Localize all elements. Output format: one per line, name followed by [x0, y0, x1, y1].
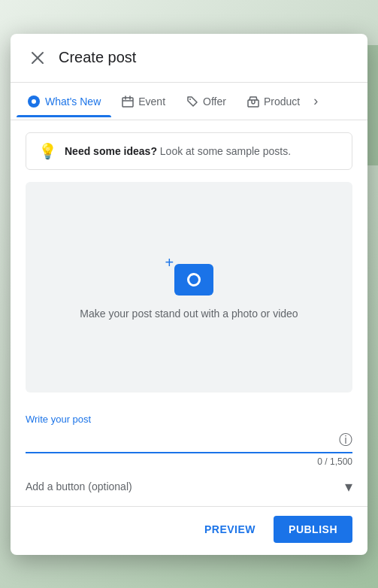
tab-product-label: Product: [264, 95, 300, 108]
tab-event-label: Event: [138, 95, 165, 108]
char-count: 0 / 1,500: [11, 456, 367, 467]
create-post-modal: Create post What's New Event: [11, 34, 367, 555]
product-icon: [247, 95, 259, 108]
tab-offer[interactable]: Offer: [176, 85, 237, 117]
camera-icon: [174, 264, 213, 296]
write-post-input[interactable]: [26, 429, 333, 447]
lightbulb-icon: 💡: [38, 142, 57, 160]
plus-icon: +: [165, 255, 174, 270]
close-button[interactable]: [26, 46, 50, 70]
camera-lens: [187, 273, 201, 286]
dropdown-label: Add a button (optional): [26, 480, 132, 493]
svg-rect-4: [122, 98, 133, 107]
tab-whats-new[interactable]: What's New: [17, 84, 111, 117]
modal-footer: PREVIEW PUBLISH: [11, 506, 367, 555]
svg-point-3: [32, 99, 36, 104]
event-icon: [122, 95, 134, 108]
tabs-more-button[interactable]: ›: [310, 83, 321, 120]
tab-whats-new-label: What's New: [45, 95, 101, 108]
modal-body: 💡 Need some ideas? Look at some sample p…: [11, 120, 367, 405]
tabs-container: What's New Event Offer: [11, 83, 367, 120]
modal-header: Create post: [11, 34, 367, 83]
photo-icon: +: [165, 255, 213, 296]
preview-button[interactable]: PREVIEW: [192, 516, 268, 543]
tab-product[interactable]: Product: [237, 85, 310, 117]
modal-title: Create post: [59, 49, 136, 66]
publish-button[interactable]: PUBLISH: [274, 516, 352, 543]
tab-event[interactable]: Event: [111, 85, 176, 117]
write-post-label: Write your post: [26, 414, 352, 425]
idea-text: Need some ideas? Look at some sample pos…: [65, 145, 291, 157]
whats-new-icon: [27, 95, 41, 108]
add-button-dropdown[interactable]: Add a button (optional) ▾: [11, 467, 367, 506]
idea-banner[interactable]: 💡 Need some ideas? Look at some sample p…: [26, 132, 352, 170]
write-post-section: Write your post ⓘ: [11, 405, 367, 453]
photo-upload-text: Make your post stand out with a photo or…: [80, 308, 298, 320]
photo-upload-area[interactable]: + Make your post stand out with a photo …: [26, 182, 352, 393]
dropdown-arrow-icon: ▾: [345, 477, 352, 496]
info-icon[interactable]: ⓘ: [339, 431, 352, 449]
offer-icon: [186, 95, 198, 108]
write-input-row: ⓘ: [26, 429, 352, 453]
tab-offer-label: Offer: [203, 95, 226, 108]
svg-point-8: [189, 99, 191, 100]
